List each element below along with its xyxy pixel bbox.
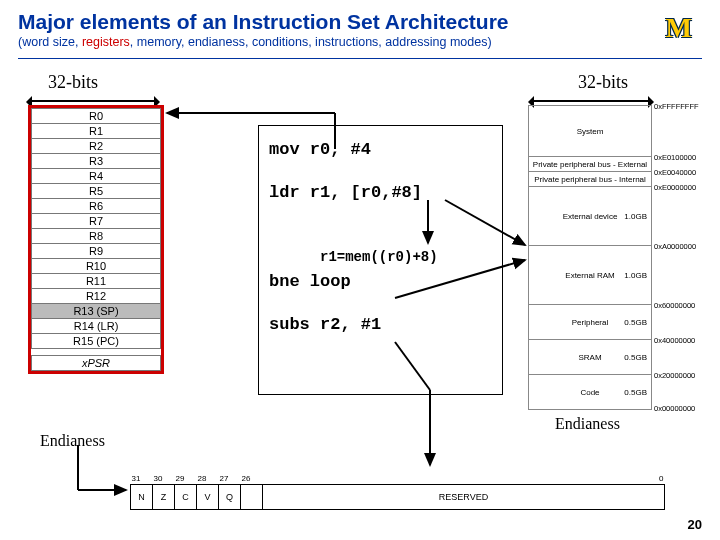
reg-r1: R1 (31, 124, 161, 139)
code-line-1: mov r0, #4 (269, 140, 492, 159)
subtitle-red: registers (82, 35, 130, 49)
psr-z: Z (153, 485, 175, 510)
mem-periph: Peripheral0.5GB0x60000000 (529, 304, 651, 339)
reg-r6: R6 (31, 199, 161, 214)
psr-v: V (197, 485, 219, 510)
slide-title: Major elements of an Instruction Set Arc… (18, 10, 509, 34)
bits-label-left: 32-bits (48, 72, 98, 93)
mem-system: System0xFFFFFFFF (529, 106, 651, 156)
psr-c: C (175, 485, 197, 510)
subtitle-pre: (word size, (18, 35, 82, 49)
psr-bit-27: 27 (219, 470, 241, 485)
reg-r2: R2 (31, 139, 161, 154)
endianess-left: Endianess (40, 432, 105, 450)
endianess-right: Endianess (555, 415, 620, 433)
psr-empty (241, 485, 263, 510)
register-file: R0 R1 R2 R3 R4 R5 R6 R7 R8 R9 R10 R11 R1… (28, 105, 164, 374)
psr-diagram: 31 30 29 28 27 26 0 N Z C V Q RESERVED (130, 470, 665, 510)
reg-r11: R11 (31, 274, 161, 289)
reg-pc: R15 (PC) (31, 334, 161, 349)
psr-bit-26: 26 (241, 470, 263, 485)
mem-adr: 0xFFFFFFFF (654, 102, 706, 111)
page-number: 20 (688, 517, 702, 532)
reg-xpsr: xPSR (31, 355, 161, 371)
mem-code: Code0.5GB0x200000000x00000000 (529, 374, 651, 409)
umich-logo: M (666, 12, 692, 44)
width-arrow-right (530, 100, 652, 102)
psr-bit-0: 0 (643, 470, 665, 485)
code-note: r1=mem((r0)+8) (320, 249, 438, 265)
mem-sram: SRAM0.5GB0x40000000 (529, 339, 651, 374)
psr-bit-31: 31 (131, 470, 153, 485)
subtitle-post: , memory, endianess, conditions, instruc… (130, 35, 492, 49)
slide-subtitle: (word size, registers, memory, endianess… (18, 35, 492, 49)
psr-bit-30: 30 (153, 470, 175, 485)
reg-lr: R14 (LR) (31, 319, 161, 334)
reg-r8: R8 (31, 229, 161, 244)
psr-bit-29: 29 (175, 470, 197, 485)
reg-r7: R7 (31, 214, 161, 229)
reg-sp: R13 (SP) (31, 304, 161, 319)
mem-extram: External RAM1.0GB0xA0000000 (529, 245, 651, 304)
width-arrow-left (28, 100, 158, 102)
mem-ppb-ext: Private peripheral bus - External0xE0100… (529, 156, 651, 171)
reg-r10: R10 (31, 259, 161, 274)
psr-n: N (131, 485, 153, 510)
reg-r9: R9 (31, 244, 161, 259)
reg-r3: R3 (31, 154, 161, 169)
mem-ppb-int: Private peripheral bus - Internal0xE0040… (529, 171, 651, 186)
reg-r5: R5 (31, 184, 161, 199)
psr-reserved: RESERVED (263, 485, 665, 510)
code-line-4: subs r2, #1 (269, 315, 492, 334)
reg-r0: R0 (31, 108, 161, 124)
psr-q: Q (219, 485, 241, 510)
divider (18, 58, 702, 59)
reg-r12: R12 (31, 289, 161, 304)
bits-label-right: 32-bits (578, 72, 628, 93)
psr-bit-mid (263, 470, 643, 485)
memory-map: System0xFFFFFFFF Private peripheral bus … (528, 105, 652, 410)
mem-extdev: External device1.0GB0xE0000000 (529, 186, 651, 245)
reg-r4: R4 (31, 169, 161, 184)
code-line-2: ldr r1, [r0,#8] (269, 183, 492, 202)
code-line-3: bne loop (269, 272, 492, 291)
psr-bit-28: 28 (197, 470, 219, 485)
